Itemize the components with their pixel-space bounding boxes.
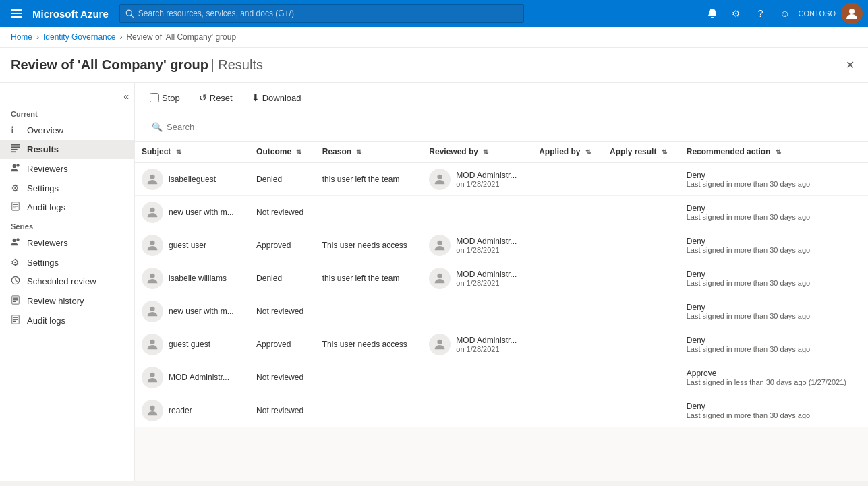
table-row[interactable]: isabelle williams Deniedthis user left t… [135,262,868,295]
sidebar-item-results[interactable]: Results [0,140,134,159]
reset-button[interactable]: ↺ Reset [195,90,237,106]
subject-name: guest user [169,241,206,250]
search-wrapper[interactable]: 🔍 [146,119,857,135]
recommended-action-label: Deny [687,336,861,345]
svg-point-32 [150,274,154,278]
toolbar: Stop ↺ Reset ⬇ Download [135,83,868,113]
scheduled-review-icon [11,276,22,287]
sidebar-item-reviewers-series[interactable]: Reviewers [0,233,134,253]
sidebar: « Current ℹ Overview Results Reviewers ⚙… [0,83,135,481]
cell-reason [316,361,423,394]
cell-reviewed-by [422,361,532,394]
search-input[interactable] [167,122,851,132]
subject-avatar [142,235,163,256]
svg-rect-8 [11,149,18,150]
help-icon[interactable]: ? [750,3,772,24]
table-row[interactable]: guest guest ApprovedThis user needs acce… [135,328,868,361]
cell-apply-result [603,328,680,361]
sidebar-item-reviewers-current[interactable]: Reviewers [0,159,134,179]
reviewer-name: MOD Administr... [456,237,517,246]
svg-point-37 [150,373,154,377]
cell-reviewed-by: MOD Administr... on 1/28/2021 [422,328,532,361]
sidebar-item-settings-series-label: Settings [27,257,59,268]
hamburger-menu[interactable] [5,3,27,24]
col-reviewed-by[interactable]: Reviewed by ⇅ [422,142,532,162]
cell-subject: guest guest [135,328,250,361]
breadcrumb-home[interactable]: Home [11,32,32,42]
global-search-input[interactable] [138,9,518,18]
feedback-icon[interactable]: ☺ [774,3,796,24]
cell-recommended-action: Approve Last signed in less than 30 days… [680,361,868,394]
reviewer-name: MOD Administr... [456,336,517,345]
svg-rect-21 [13,299,18,300]
sort-recommended-action-icon: ⇅ [776,148,781,156]
sidebar-item-settings-series[interactable]: ⚙ Settings [0,253,134,272]
subject-name: isabelle williams [169,274,227,283]
notifications-icon[interactable] [701,3,723,24]
cell-apply-result [603,162,680,196]
reviewers-series-icon [11,237,22,249]
sidebar-item-settings-current[interactable]: ⚙ Settings [0,179,134,198]
sidebar-item-scheduled-review[interactable]: Scheduled review [0,272,134,291]
cell-reviewed-by: MOD Administr... on 1/28/2021 [422,229,532,262]
stop-checkbox[interactable] [150,93,159,102]
cell-recommended-action: Deny Last signed in more than 30 days ag… [680,262,868,295]
sidebar-item-review-history[interactable]: Review history [0,291,134,311]
svg-rect-9 [11,151,16,152]
cell-applied-by [532,162,603,196]
col-apply-result[interactable]: Apply result ⇅ [603,142,680,162]
table-row[interactable]: new user with m... Not reviewed Deny Las… [135,196,868,229]
global-search[interactable] [119,4,524,23]
cell-applied-by [532,361,603,394]
table-row[interactable]: new user with m... Not reviewed Deny Las… [135,295,868,328]
cell-subject: reader [135,394,250,427]
subject-avatar [142,301,163,322]
close-button[interactable]: ✕ [843,56,857,74]
cell-reason: this user left the team [316,162,423,196]
stop-button[interactable]: Stop [146,90,184,106]
svg-line-4 [131,15,134,18]
subject-name: guest guest [169,340,210,349]
sidebar-item-audit-logs-current[interactable]: Audit logs [0,198,134,217]
svg-point-36 [438,340,442,344]
cell-applied-by [532,295,603,328]
col-recommended-action[interactable]: Recommended action ⇅ [680,142,868,162]
cell-applied-by [532,394,603,427]
collapse-sidebar-button[interactable]: « [123,91,129,102]
breadcrumb-sep2: › [119,32,122,42]
sidebar-item-overview[interactable]: ℹ Overview [0,121,134,140]
recommended-action-note: Last signed in more than 30 days ago [687,279,861,287]
overview-icon: ℹ [11,125,22,135]
cell-recommended-action: Deny Last signed in more than 30 days ag… [680,229,868,262]
col-outcome[interactable]: Outcome ⇅ [250,142,316,162]
sidebar-item-audit-logs-series[interactable]: Audit logs [0,311,134,330]
recommended-action-label: Deny [687,270,861,279]
user-avatar[interactable] [841,3,863,24]
svg-rect-25 [13,319,18,320]
col-applied-by[interactable]: Applied by ⇅ [532,142,603,162]
cell-reviewed-by [422,394,532,427]
breadcrumb-sep1: › [36,32,39,42]
settings-icon[interactable]: ⚙ [726,3,747,24]
table-row[interactable]: MOD Administr... Not reviewed Approve La… [135,361,868,394]
download-button[interactable]: ⬇ Download [248,90,306,106]
subject-name: new user with m... [169,307,234,316]
col-reason[interactable]: Reason ⇅ [316,142,423,162]
cell-recommended-action: Deny Last signed in more than 30 days ag… [680,196,868,229]
table-row[interactable]: isabelleguest Deniedthis user left the t… [135,162,868,196]
sort-applied-by-icon: ⇅ [585,148,591,156]
cell-outcome: Not reviewed [250,394,316,427]
svg-rect-6 [11,144,20,146]
cell-outcome: Not reviewed [250,196,316,229]
sidebar-item-results-label: Results [27,144,59,154]
svg-rect-22 [13,301,16,302]
col-subject[interactable]: Subject ⇅ [135,142,250,162]
org-label: CONTOSO [799,9,836,18]
table-row[interactable]: reader Not reviewed Deny Last signed in … [135,394,868,427]
svg-point-10 [13,164,16,168]
breadcrumb-identity-governance[interactable]: Identity Governance [43,32,115,42]
table-row[interactable]: guest user ApprovedThis user needs acces… [135,229,868,262]
sidebar-item-settings-current-label: Settings [27,183,59,193]
reviewer-avatar [429,268,451,289]
svg-point-31 [438,241,442,245]
